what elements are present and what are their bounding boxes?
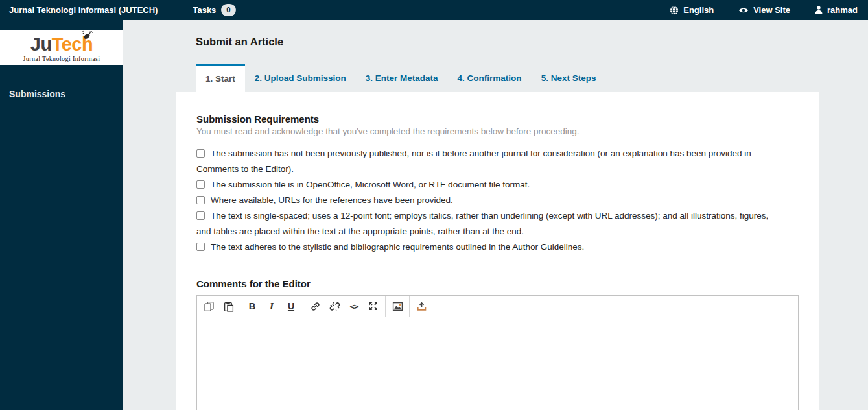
requirement-text: The submission has not been previously p…	[196, 149, 751, 174]
topbar-left: Jurnal Teknologi Informasi (JUTECH) Task…	[0, 4, 236, 17]
underline-icon: U	[288, 301, 294, 311]
sidebar-nav: Submissions	[0, 85, 123, 103]
requirement-checkbox-3[interactable]	[196, 196, 205, 204]
requirements-subtext: You must read and acknowledge that you'v…	[196, 127, 799, 136]
username-label: rahmad	[827, 5, 858, 15]
language-menu[interactable]: English	[670, 5, 714, 15]
toolbar-group-upload	[410, 296, 433, 317]
top-bar: Jurnal Teknologi Informasi (JUTECH) Task…	[0, 0, 868, 20]
unlink-icon	[329, 301, 340, 312]
italic-button[interactable]: I	[262, 296, 281, 316]
toolbar-group-insert: <>	[303, 296, 386, 317]
user-menu[interactable]: rahmad	[815, 5, 858, 15]
requirements-list: The submission has not been previously p…	[196, 146, 775, 255]
requirement-checkbox-2[interactable]	[196, 180, 205, 189]
underline-button[interactable]: U	[281, 296, 301, 316]
requirement-item: The submission has not been previously p…	[196, 146, 775, 177]
topbar-right: English View Site rahmad	[645, 5, 868, 15]
paste-button[interactable]	[218, 296, 238, 316]
comments-heading: Comments for the Editor	[196, 278, 799, 289]
user-icon	[815, 6, 823, 14]
toolbar-group-format: B I U	[240, 296, 303, 317]
tab-4-confirmation[interactable]: 4. Confirmation	[448, 64, 532, 92]
upload-file-button[interactable]	[412, 296, 431, 316]
paste-icon	[223, 301, 234, 312]
tab-3-enter-metadata[interactable]: 3. Enter Metadata	[356, 64, 448, 92]
comments-textarea[interactable]	[197, 317, 798, 410]
journal-logo[interactable]: JuTech Jurnal Teknologi Informasi	[0, 30, 123, 65]
upload-icon	[416, 301, 427, 312]
page-title: Submit an Article	[196, 36, 868, 48]
tasks-link[interactable]: Tasks 0	[193, 4, 235, 17]
brand-wordmark: JuTech	[30, 35, 93, 54]
requirement-item: Where available, URLs for the references…	[196, 193, 775, 208]
toolbar-group-image	[386, 296, 410, 317]
start-step-panel: Submission Requirements You must read an…	[176, 92, 819, 410]
italic-icon: I	[270, 300, 274, 312]
requirement-text: The submission file is in OpenOffice, Mi…	[211, 180, 530, 189]
copy-button[interactable]	[199, 296, 218, 316]
requirement-item: The submission file is in OpenOffice, Mi…	[196, 177, 775, 193]
tab-2-upload-submission[interactable]: 2. Upload Submission	[245, 64, 356, 92]
bold-icon: B	[249, 301, 255, 311]
requirements-heading: Submission Requirements	[196, 114, 799, 125]
code-icon: <>	[349, 302, 358, 311]
comments-rich-text-editor: B I U <>	[196, 295, 799, 410]
requirement-text: The text is single-spaced; uses a 12-poi…	[196, 211, 768, 236]
copy-icon	[204, 301, 215, 312]
requirement-checkbox-4[interactable]	[196, 211, 205, 220]
satellite-dish-icon	[81, 29, 94, 40]
requirement-item: The text adheres to the stylistic and bi…	[196, 239, 775, 255]
link-icon	[310, 301, 321, 312]
view-site-link[interactable]: View Site	[738, 5, 790, 15]
fullscreen-icon	[368, 301, 379, 311]
eye-icon	[738, 6, 749, 14]
tasks-label: Tasks	[193, 5, 216, 15]
unlink-button[interactable]	[325, 296, 344, 316]
journal-logo-caption: Jurnal Teknologi Informasi	[23, 55, 100, 62]
view-site-label: View Site	[753, 5, 790, 15]
image-icon	[392, 301, 403, 312]
requirement-checkbox-1[interactable]	[196, 149, 205, 158]
tab-1-start[interactable]: 1. Start	[196, 64, 245, 92]
wizard-tabs: 1. Start 2. Upload Submission 3. Enter M…	[196, 64, 868, 92]
requirement-text: Where available, URLs for the references…	[211, 195, 453, 205]
fullscreen-button[interactable]	[364, 296, 383, 316]
globe-icon	[670, 6, 679, 15]
editor-toolbar: B I U <>	[197, 296, 798, 317]
brand-ju: Ju	[30, 34, 52, 54]
link-button[interactable]	[305, 296, 325, 316]
source-code-button[interactable]: <>	[344, 296, 364, 316]
sidebar-item-submissions[interactable]: Submissions	[0, 85, 123, 103]
requirement-checkbox-5[interactable]	[196, 243, 205, 251]
tab-5-next-steps[interactable]: 5. Next Steps	[532, 64, 606, 92]
toolbar-group-clipboard	[197, 296, 240, 317]
tasks-count-badge: 0	[221, 4, 235, 17]
insert-image-button[interactable]	[388, 296, 407, 316]
requirement-text: The text adheres to the stylistic and bi…	[211, 242, 584, 252]
language-label: English	[683, 5, 714, 15]
bold-button[interactable]: B	[242, 296, 262, 316]
requirement-item: The text is single-spaced; uses a 12-poi…	[196, 208, 775, 239]
sidebar: JuTech Jurnal Teknologi Informasi Submis…	[0, 20, 123, 410]
main-content: Submit an Article 1. Start 2. Upload Sub…	[123, 20, 868, 410]
journal-title-link[interactable]: Jurnal Teknologi Informasi (JUTECH)	[0, 5, 158, 15]
